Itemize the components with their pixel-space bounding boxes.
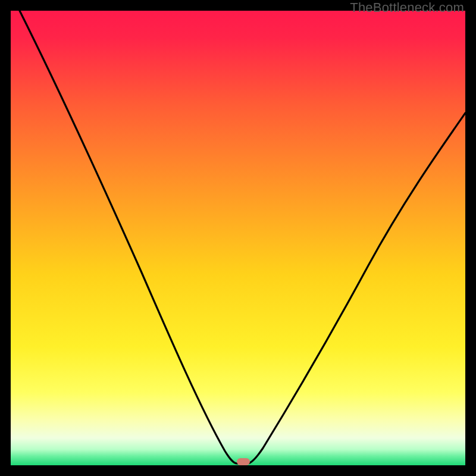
balance-marker — [237, 458, 250, 465]
watermark-text: TheBottleneck.com — [350, 0, 464, 15]
chart-frame: TheBottleneck.com — [0, 0, 476, 476]
gradient-background — [11, 11, 465, 465]
bottleneck-plot — [11, 11, 465, 465]
svg-rect-0 — [237, 458, 250, 465]
